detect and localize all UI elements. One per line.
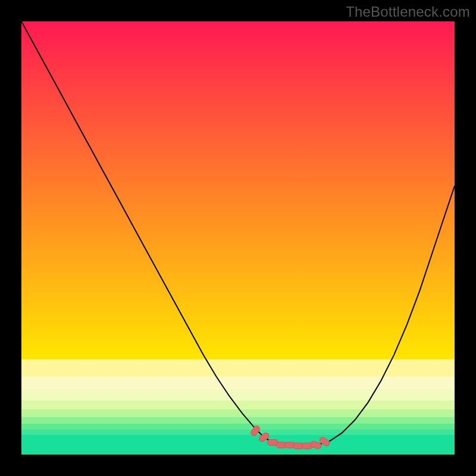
bottleneck-curve [21, 21, 455, 446]
marker-dot [250, 425, 261, 437]
watermark-text: TheBottleneck.com [346, 4, 470, 20]
curve-layer [21, 21, 455, 455]
data-markers [250, 425, 331, 450]
plot-area [21, 21, 455, 455]
chart-container: TheBottleneck.com [0, 0, 476, 476]
